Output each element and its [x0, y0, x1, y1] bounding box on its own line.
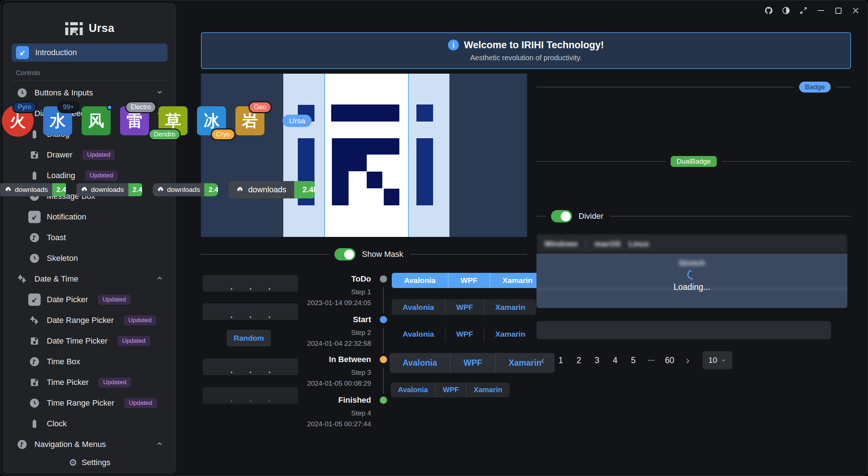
- loading-content: Stretch Loading...: [536, 254, 847, 308]
- sidebar-item-skeleton[interactable]: Skeleton: [12, 249, 168, 267]
- group-button-avalonia[interactable]: Avalonia: [392, 273, 448, 288]
- group-button-wpf[interactable]: WPF: [448, 273, 490, 288]
- chevron-down-icon[interactable]: [156, 89, 163, 97]
- settings-button[interactable]: ⚙ Settings: [4, 452, 176, 473]
- dot-badge: [107, 104, 112, 110]
- group-button-xamarin[interactable]: Xamarin: [484, 327, 536, 342]
- sidebar-item-time-picker[interactable]: Time Picker Updated: [12, 373, 168, 391]
- sidebar-item-toast[interactable]: Toast: [12, 229, 168, 247]
- github-icon[interactable]: [763, 5, 774, 16]
- updated-badge: Updated: [124, 315, 156, 325]
- divider: [586, 239, 587, 249]
- loading-demo-panel: Windows macOS Linux Stretch Loading...: [536, 234, 847, 308]
- theme-toggle-icon[interactable]: [781, 5, 791, 16]
- maximize-button[interactable]: [833, 5, 844, 16]
- cryo-badge: Cryo: [211, 128, 235, 140]
- divider: [536, 87, 794, 87]
- pagination-ellipsis[interactable]: •••: [645, 358, 658, 363]
- arrow-down-left-icon: ↙: [16, 46, 29, 59]
- badge-divider: Badge: [536, 81, 851, 93]
- trees-icon: [16, 273, 28, 285]
- page-button-1[interactable]: 1: [555, 356, 567, 365]
- logo-pixel: [416, 138, 433, 205]
- sidebar-item-buttons-inputs[interactable]: Buttons & Inputs: [12, 84, 168, 102]
- badge-tile-hydro: 水 99+: [43, 106, 72, 135]
- sidebar-item-time-range-picker[interactable]: Time Range Picker Updated: [12, 394, 168, 412]
- floppy-icon: [28, 149, 41, 161]
- show-mask-label: Show Mask: [362, 250, 403, 259]
- group-button-wpf[interactable]: WPF: [445, 299, 484, 315]
- group-button-xamarin[interactable]: Xamarin: [484, 299, 536, 315]
- sidebar-section-controls: Controls: [12, 64, 168, 81]
- page-button-2[interactable]: 2: [573, 356, 585, 365]
- tab-windows[interactable]: Windows: [544, 239, 578, 248]
- group-button-avalonia[interactable]: Avalonia: [391, 382, 435, 397]
- close-button[interactable]: [850, 5, 861, 16]
- count-badge: 99+: [57, 101, 79, 113]
- updated-badge: Updated: [124, 398, 157, 408]
- sidebar-item-date-range-picker[interactable]: Date Range Picker Updated: [12, 311, 168, 329]
- clock-icon: [16, 87, 28, 99]
- info-icon: i: [448, 40, 459, 50]
- sidebar-item-navigation-menus[interactable]: Navigation & Menus: [12, 435, 168, 454]
- music-note-icon: [16, 438, 28, 451]
- page-button-4[interactable]: 4: [609, 356, 621, 365]
- mask-line: [324, 74, 325, 237]
- group-button-wpf[interactable]: WPF: [435, 382, 466, 397]
- next-page-button[interactable]: ›: [682, 355, 694, 366]
- badge-tile-geo: 岩 Geo: [235, 106, 264, 135]
- geo-badge: Geo: [248, 101, 272, 113]
- chevron-up-icon[interactable]: [156, 275, 163, 283]
- loading-tabs: Windows macOS Linux: [536, 234, 847, 254]
- sidebar-item-date-time-picker[interactable]: Date Time Picker Updated: [12, 332, 168, 350]
- sidebar-item-introduction[interactable]: ↙ Introduction: [12, 44, 168, 62]
- divider: [610, 216, 851, 217]
- sidebar-item-date-picker[interactable]: ↙ Date Picker Updated: [12, 291, 168, 309]
- sidebar-item-time-box[interactable]: Time Box: [12, 353, 168, 371]
- page-button-5[interactable]: 5: [627, 356, 639, 365]
- group-button-avalonia[interactable]: Avalonia: [390, 353, 450, 373]
- logo-pixel: [332, 171, 349, 205]
- logo-pixel: [332, 155, 367, 171]
- group-button-avalonia[interactable]: Avalonia: [392, 327, 445, 342]
- downloads-badge: downloads 2.4k: [153, 183, 218, 196]
- show-mask-row: Show Mask: [201, 248, 527, 261]
- sidebar-item-notification[interactable]: ↙ Notification: [12, 208, 168, 226]
- timeline-connector: [383, 368, 384, 394]
- badge-section-label: Badge: [799, 82, 831, 93]
- divider: [12, 81, 167, 81]
- welcome-banner: i Welcome to IRIHI Technology! Aesthetic…: [201, 32, 851, 69]
- sidebar-item-drawer[interactable]: Drawer Updated: [12, 146, 168, 164]
- divider-toggle[interactable]: [551, 210, 572, 222]
- gear-icon: ⚙: [69, 457, 77, 468]
- badge-tile-dendro: 草 Dendro: [159, 106, 188, 135]
- sidebar-item-date-time[interactable]: Date & Time: [12, 270, 168, 288]
- group-button-wpf[interactable]: WPF: [445, 327, 484, 342]
- chevron-down-icon: [721, 357, 727, 363]
- clock-icon: [28, 397, 41, 409]
- music-note-icon: [28, 231, 41, 244]
- sidebar-item-clock[interactable]: Clock: [12, 415, 168, 433]
- resize-icon[interactable]: [798, 5, 809, 16]
- divider: [536, 216, 546, 217]
- tab-macos[interactable]: macOS: [595, 239, 621, 248]
- page-size-dropdown[interactable]: 10: [703, 351, 732, 369]
- divider-toggle-label: Divider: [579, 212, 603, 221]
- page-button-60[interactable]: 60: [663, 356, 676, 365]
- logo-pixel: [367, 172, 382, 188]
- chevron-up-icon[interactable]: [156, 440, 163, 449]
- group-button-wpf[interactable]: WPF: [450, 353, 495, 373]
- show-mask-toggle[interactable]: [334, 248, 355, 260]
- button-group-small: Avalonia WPF Xamarin: [391, 382, 510, 397]
- badge-tile-pyro: 火 Pyro: [2, 105, 34, 137]
- button-group-dark: Avalonia WPF Xamarin: [392, 299, 536, 315]
- downloads-badge: downloads 2.4k: [0, 183, 66, 196]
- timeline-connector: [383, 287, 384, 313]
- group-button-xamarin[interactable]: Xamarin: [466, 382, 510, 397]
- tab-linux[interactable]: Linux: [629, 239, 649, 248]
- group-button-avalonia[interactable]: Avalonia: [392, 299, 445, 315]
- minimize-button[interactable]: [815, 5, 826, 16]
- page-button-3[interactable]: 3: [591, 356, 603, 365]
- previous-page-button[interactable]: ‹: [536, 355, 549, 366]
- empty-input-box[interactable]: [536, 321, 831, 339]
